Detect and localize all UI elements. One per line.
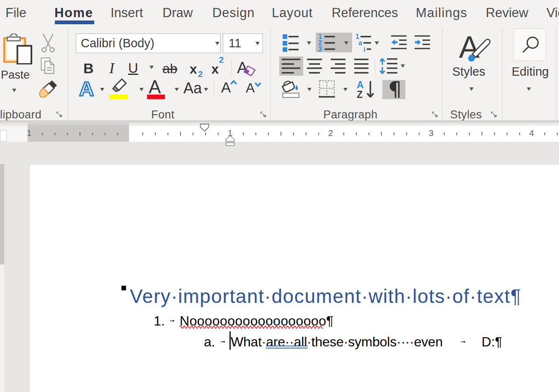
- svg-text:3: 3: [318, 46, 322, 52]
- svg-text:i: i: [363, 46, 365, 52]
- svg-text:a: a: [358, 39, 362, 46]
